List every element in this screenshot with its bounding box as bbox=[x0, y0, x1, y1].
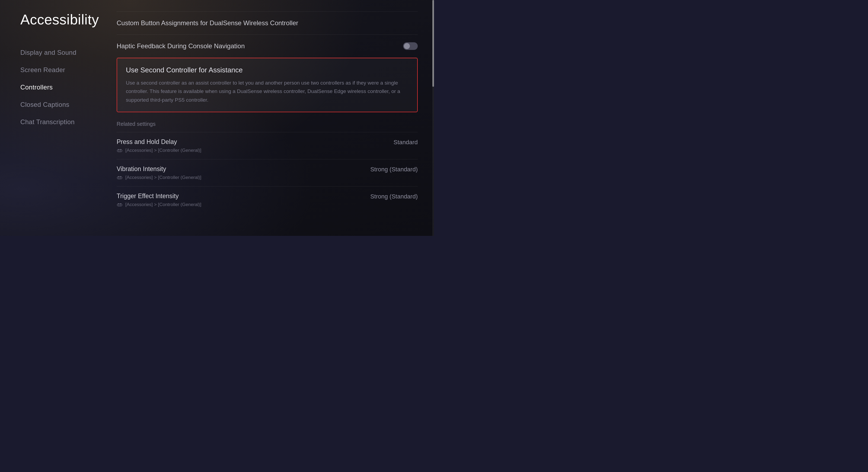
setting-custom-button[interactable]: Custom Button Assignments for DualSense … bbox=[117, 11, 418, 35]
main-content: Custom Button Assignments for DualSense … bbox=[117, 0, 434, 236]
related-vibration-path: [Accessories] > [Controller (General)] bbox=[117, 175, 201, 180]
related-press-hold-title: Press and Hold Delay bbox=[117, 138, 201, 145]
svg-rect-14 bbox=[120, 203, 121, 204]
haptic-feedback-toggle[interactable] bbox=[403, 42, 418, 50]
page-title: Accessibility bbox=[20, 11, 117, 28]
sidebar-item-display-sound[interactable]: Display and Sound bbox=[20, 44, 117, 61]
svg-rect-9 bbox=[120, 176, 121, 177]
sidebar: Accessibility Display and Sound Screen R… bbox=[0, 0, 117, 236]
svg-rect-3 bbox=[118, 149, 119, 150]
related-vibration-intensity[interactable]: Vibration Intensity [Accessories] > bbox=[117, 159, 418, 186]
controller-path-icon-0 bbox=[117, 148, 123, 153]
toggle-knob bbox=[404, 43, 410, 49]
related-press-hold-path: [Accessories] > [Controller (General)] bbox=[117, 148, 201, 153]
sidebar-item-controllers[interactable]: Controllers bbox=[20, 79, 117, 96]
related-press-hold-delay[interactable]: Press and Hold Delay [Accessories] > bbox=[117, 132, 418, 159]
svg-rect-0 bbox=[117, 150, 122, 152]
related-press-hold-path-text: [Accessories] > [Controller (General)] bbox=[125, 148, 201, 153]
page-layout: Accessibility Display and Sound Screen R… bbox=[0, 0, 434, 236]
related-trigger-title: Trigger Effect Intensity bbox=[117, 193, 201, 200]
related-vibration-title: Vibration Intensity bbox=[117, 165, 201, 173]
related-settings-label: Related settings bbox=[117, 121, 418, 127]
sidebar-item-screen-reader[interactable]: Screen Reader bbox=[20, 61, 117, 79]
svg-rect-10 bbox=[117, 204, 122, 206]
related-trigger-value: Strong (Standard) bbox=[370, 193, 418, 200]
controller-path-icon-1 bbox=[117, 175, 123, 180]
svg-point-2 bbox=[120, 150, 121, 151]
setting-custom-button-label: Custom Button Assignments for DualSense … bbox=[117, 19, 299, 27]
related-vibration-content: Vibration Intensity [Accessories] > bbox=[117, 165, 201, 180]
related-trigger-content: Trigger Effect Intensity [Accessorie bbox=[117, 193, 201, 207]
related-press-hold-value: Standard bbox=[394, 138, 418, 146]
sidebar-item-chat-transcription[interactable]: Chat Transcription bbox=[20, 113, 117, 131]
svg-point-12 bbox=[120, 205, 121, 205]
svg-point-1 bbox=[119, 150, 119, 151]
related-vibration-path-text: [Accessories] > [Controller (General)] bbox=[125, 175, 201, 180]
related-vibration-value: Strong (Standard) bbox=[370, 165, 418, 173]
related-trigger-path: [Accessories] > [Controller (General)] bbox=[117, 202, 201, 207]
sidebar-item-closed-captions[interactable]: Closed Captions bbox=[20, 96, 117, 113]
svg-rect-4 bbox=[120, 149, 121, 150]
setting-haptic-feedback[interactable]: Haptic Feedback During Console Navigatio… bbox=[117, 35, 418, 58]
related-trigger-path-text: [Accessories] > [Controller (General)] bbox=[125, 202, 201, 207]
featured-description: Use a second controller as an assist con… bbox=[126, 79, 408, 104]
setting-haptic-feedback-label: Haptic Feedback During Console Navigatio… bbox=[117, 42, 245, 50]
controller-path-icon-2 bbox=[117, 203, 123, 207]
svg-rect-13 bbox=[118, 203, 119, 204]
svg-rect-8 bbox=[118, 176, 119, 177]
featured-title: Use Second Controller for Assistance bbox=[126, 66, 408, 74]
sidebar-nav: Display and Sound Screen Reader Controll… bbox=[20, 44, 117, 131]
scrollbar-thumb[interactable] bbox=[432, 0, 434, 87]
featured-second-controller-box[interactable]: Use Second Controller for Assistance Use… bbox=[117, 58, 418, 112]
related-trigger-effect[interactable]: Trigger Effect Intensity [Accessorie bbox=[117, 186, 418, 213]
svg-rect-5 bbox=[117, 177, 122, 179]
svg-point-7 bbox=[120, 177, 121, 178]
settings-list: Custom Button Assignments for DualSense … bbox=[117, 11, 434, 213]
svg-point-6 bbox=[119, 177, 119, 178]
scrollbar-track[interactable] bbox=[432, 0, 434, 236]
svg-point-11 bbox=[119, 205, 119, 205]
related-press-hold-content: Press and Hold Delay [Accessories] > bbox=[117, 138, 201, 153]
